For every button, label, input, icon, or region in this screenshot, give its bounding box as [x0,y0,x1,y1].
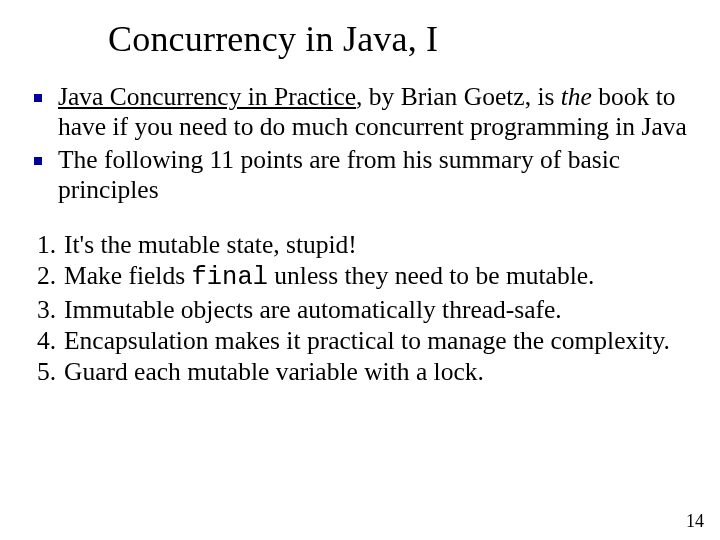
list-item: 4. Encapsulation makes it practical to m… [28,325,692,356]
list-number: 3. [28,294,56,325]
list-number: 2. [28,260,56,291]
list-text: Immutable objects are automatically thre… [64,295,562,324]
list-number: 4. [28,325,56,356]
list-text: It's the mutable state, stupid! [64,230,357,259]
list-number: 5. [28,356,56,387]
list-number: 1. [28,229,56,260]
bullet-item: Java Concurrency in Practice, by Brian G… [28,82,692,143]
text-fragment: Make fields [64,261,191,290]
slide-title: Concurrency in Java, I [108,18,438,60]
numbered-list: 1. It's the mutable state, stupid! 2. Ma… [28,229,692,387]
list-item: 2. Make fields final unless they need to… [28,260,692,293]
emphasis: the [561,82,592,111]
book-title: Java Concurrency in Practice [58,82,356,111]
list-text: Encapsulation makes it practical to mana… [64,326,670,355]
page-number: 14 [686,511,704,532]
list-item: 1. It's the mutable state, stupid! [28,229,692,260]
list-item: 3. Immutable objects are automatically t… [28,294,692,325]
text-fragment: unless they need to be mutable. [268,261,594,290]
list-text: Guard each mutable variable with a lock. [64,357,484,386]
bullet-list: Java Concurrency in Practice, by Brian G… [28,82,692,205]
text-fragment: , by Brian Goetz, is [356,82,561,111]
code-literal: final [191,263,268,292]
list-item: 5. Guard each mutable variable with a lo… [28,356,692,387]
slide: Concurrency in Java, I Java Concurrency … [0,0,720,540]
bullet-item: The following 11 points are from his sum… [28,145,692,206]
slide-content: Java Concurrency in Practice, by Brian G… [28,82,692,387]
